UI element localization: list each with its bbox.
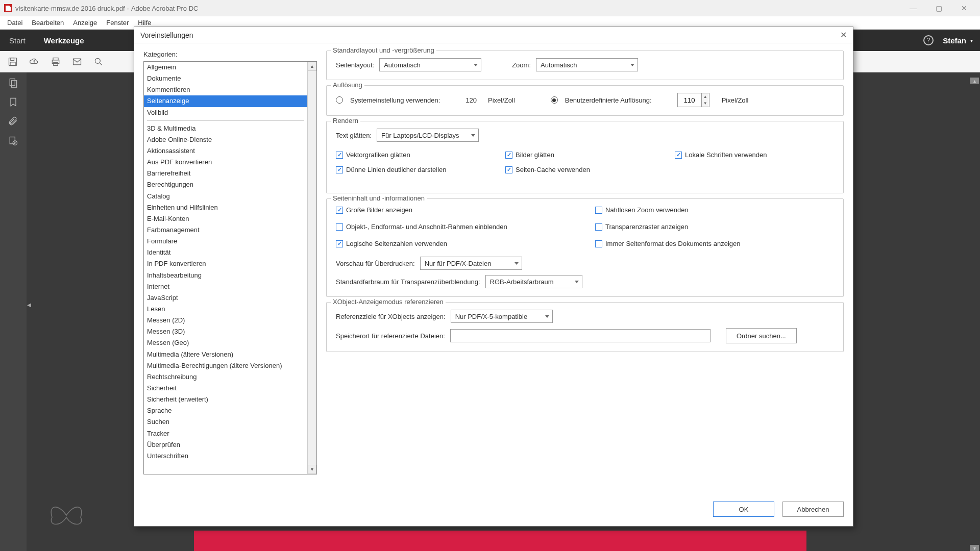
categories-label: Kategorien: [143,51,317,58]
category-item[interactable]: 3D & Multimedia [144,123,307,134]
resolution-custom-input[interactable] [678,93,701,107]
help-icon[interactable]: ? [923,35,934,45]
category-item[interactable]: Kommentieren [144,84,307,95]
pages-icon[interactable] [7,77,19,89]
scroll-down-icon[interactable]: ▾ [970,545,979,551]
category-item[interactable]: Adobe Online-Dienste [144,134,307,145]
category-item[interactable]: Messen (2D) [144,315,307,326]
titlebar: visitenkarte-mmsw.de 2016 druck.pdf - Ad… [0,0,980,16]
category-item[interactable]: Allgemein [144,62,307,73]
menu-anzeige[interactable]: Anzeige [69,17,101,28]
pagelayout-select[interactable]: Automatisch [379,58,481,71]
spin-down-icon[interactable]: ▼ [702,100,709,107]
category-item[interactable]: Sicherheit (erweitert) [144,394,307,405]
cloud-icon[interactable] [29,56,40,67]
categories-scrollbar[interactable]: ▲ ▼ [307,62,316,474]
category-item[interactable]: Suchen [144,416,307,428]
category-item[interactable]: In PDF konvertieren [144,258,307,269]
category-item[interactable]: Internet [144,281,307,292]
user-name[interactable]: Stefan [943,36,966,45]
window-minimize[interactable]: — [901,1,925,15]
pagelayout-label: Seitenlayout: [336,61,374,69]
xobj-location-input[interactable] [450,329,710,342]
category-item[interactable]: Tracker [144,428,307,439]
category-item[interactable]: Multimedia-Berechtigungen (ältere Versio… [144,360,307,371]
cb-thinlines[interactable] [336,166,343,173]
cb-pagesize[interactable] [595,240,602,247]
cancel-button[interactable]: Abbrechen [782,502,844,517]
cb-cache[interactable] [505,166,512,173]
category-item[interactable]: Inhaltsbearbeitung [144,270,307,281]
svg-rect-5 [54,62,58,65]
search-icon[interactable] [93,56,104,67]
categories-listbox: AllgemeinDokumenteKommentierenSeitenanze… [143,61,317,474]
scroll-up-arrow-icon[interactable]: ▲ [308,62,316,71]
category-item[interactable]: Einheiten und Hilfslinien [144,202,307,213]
category-item[interactable]: Berechtigungen [144,179,307,190]
category-item[interactable]: Catalog [144,191,307,202]
category-item[interactable]: Unterschriften [144,450,307,462]
mail-icon[interactable] [71,56,83,67]
category-item[interactable]: Messen (Geo) [144,337,307,348]
cb-largeimg[interactable] [336,207,343,214]
scroll-down-arrow-icon[interactable]: ▼ [308,465,316,474]
spin-up-icon[interactable]: ▲ [702,93,709,100]
window-maximize[interactable]: ▢ [927,1,950,15]
cb-images[interactable] [505,152,512,159]
category-item[interactable]: Rechtschreibung [144,371,307,383]
blend-select[interactable]: RGB-Arbeitsfarbraum [485,275,582,288]
xobj-targets-select[interactable]: Nur PDF/X-5-kompatible [451,310,553,323]
menu-bearbeiten[interactable]: Bearbeiten [28,17,68,28]
browse-folder-button[interactable]: Ordner suchen... [726,328,797,343]
signatures-icon[interactable] [7,135,19,147]
cb-fonts[interactable] [675,152,682,159]
window-close[interactable]: ✕ [952,1,976,15]
category-item[interactable]: Seitenanzeige [144,95,307,107]
dialog-close-icon[interactable]: ✕ [840,30,847,40]
category-divider [147,120,304,121]
cb-vector[interactable] [336,152,343,159]
ok-button[interactable]: OK [713,502,774,517]
category-item[interactable]: Aus PDF konvertieren [144,157,307,168]
category-item[interactable]: Überprüfen [144,439,307,450]
butterfly-logo [46,500,87,531]
category-item[interactable]: E-Mail-Konten [144,213,307,224]
category-item[interactable]: Lesen [144,304,307,315]
overprint-select[interactable]: Nur für PDF/X-Dateien [420,257,522,270]
menu-fenster[interactable]: Fenster [102,17,133,28]
cb-transparency[interactable] [595,223,602,231]
scroll-up-icon[interactable]: ▴ [970,78,979,84]
cb-boxes[interactable] [336,223,343,231]
category-item[interactable]: Dokumente [144,73,307,84]
resolution-custom-radio[interactable] [551,96,558,104]
tab-start[interactable]: Start [0,30,35,51]
category-item[interactable]: Identität [144,247,307,258]
category-item[interactable]: Sicherheit [144,383,307,394]
collapse-arrow-icon[interactable]: ◀ [27,297,32,312]
category-item[interactable]: Barrierefreiheit [144,168,307,179]
bookmark-icon[interactable] [7,96,19,108]
resolution-system-label: Systemeinstellung verwenden: [350,96,440,104]
textsmooth-select[interactable]: Für Laptops/LCD-Displays [377,129,479,142]
category-item[interactable]: Sprache [144,405,307,416]
category-item[interactable]: JavaScript [144,292,307,304]
category-item[interactable]: Farbmanagement [144,224,307,236]
resolution-system-radio[interactable] [336,96,343,104]
category-item[interactable]: Vollbild [144,107,307,118]
user-menu-chevron-icon[interactable]: ▾ [970,38,973,43]
tab-werkzeuge[interactable]: Werkzeuge [35,30,93,51]
attachment-icon[interactable] [7,115,19,128]
save-icon[interactable] [7,56,18,67]
menu-datei[interactable]: Datei [3,17,27,28]
category-item[interactable]: Formulare [144,236,307,247]
print-icon[interactable] [50,56,61,67]
resolution-custom-spinner[interactable]: ▲▼ [677,93,709,107]
category-item[interactable]: Messen (3D) [144,326,307,337]
section-render-legend: Rendern [331,117,360,124]
cb-seamless[interactable] [595,207,602,214]
zoom-select[interactable]: Automatisch [536,58,638,71]
doc-name: visitenkarte-mmsw.de 2016 druck.pdf [15,5,125,12]
cb-logical[interactable] [336,240,343,247]
category-item[interactable]: Aktionsassistent [144,145,307,157]
category-item[interactable]: Multimedia (ältere Versionen) [144,349,307,360]
